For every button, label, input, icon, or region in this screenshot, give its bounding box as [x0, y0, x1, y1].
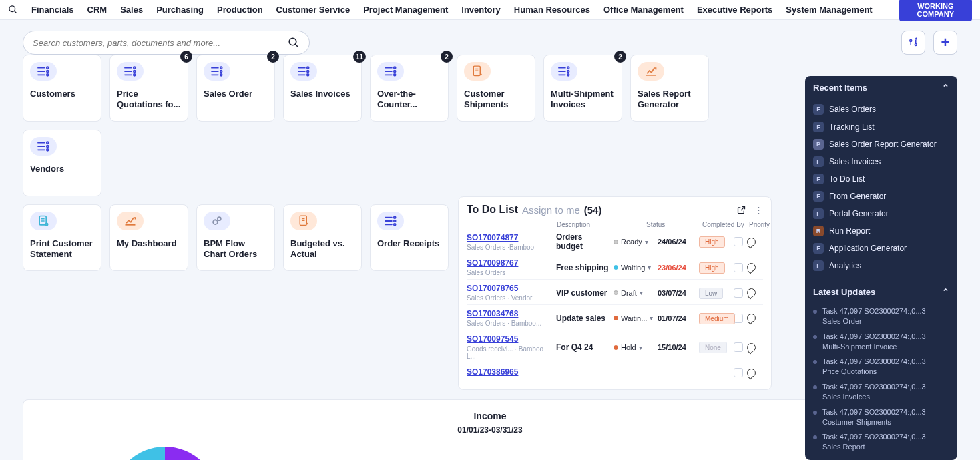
recent-item[interactable]: F Sales Invoices	[809, 153, 953, 170]
global-search[interactable]	[23, 31, 310, 55]
todo-status[interactable]: Ready ▾	[614, 238, 655, 246]
recent-item[interactable]: F To Do List	[809, 170, 953, 188]
svg-point-42	[567, 74, 569, 76]
tile-print-customer-statement[interactable]: Print Customer Statement	[23, 204, 101, 271]
comment-icon[interactable]	[747, 369, 756, 377]
tile-sales-order[interactable]: 2 Sales Order	[196, 55, 275, 122]
recent-item[interactable]: R Run Report	[809, 222, 953, 240]
chevron-down-icon: ▾	[639, 344, 642, 351]
todo-title: To Do List	[467, 204, 518, 216]
card-icon[interactable]	[734, 368, 743, 377]
card-icon[interactable]	[734, 342, 743, 352]
nav-inventory[interactable]: Inventory	[461, 5, 501, 15]
tile-label: Customer Shipments	[464, 89, 528, 109]
recent-item[interactable]: F Analytics	[809, 257, 953, 274]
tile-icon	[30, 62, 57, 81]
nav-production[interactable]: Production	[217, 5, 263, 15]
tile-sales-invoices[interactable]: 11 Sales Invoices	[283, 55, 362, 122]
comment-icon[interactable]	[747, 314, 756, 322]
recent-items-header[interactable]: Recent Items ⌃	[805, 76, 957, 99]
customize-dashboard-button[interactable]	[901, 31, 925, 55]
priority-badge: High	[699, 262, 725, 274]
update-item[interactable]: Task 47,097 SO23000274:,0...3Costumer Sh…	[805, 405, 957, 430]
update-item[interactable]: Task 47,097 SO23000274:,0...3Sales Order	[805, 304, 957, 329]
todo-status[interactable]: Hold ▾	[614, 343, 655, 351]
comment-icon[interactable]	[747, 288, 756, 297]
todo-so-link[interactable]: SO170078765	[467, 284, 553, 293]
svg-point-17	[134, 74, 136, 76]
tile-icon	[30, 137, 57, 156]
tile-bpm-flow-chart-orders[interactable]: BPM Flow Chart Orders	[196, 204, 275, 271]
todo-date: 03/07/24	[658, 289, 696, 297]
tile-multi-shipment-invoices[interactable]: 2 Multi-Shipment Invoices	[543, 55, 622, 122]
nav-customer-service[interactable]: Customer Service	[276, 5, 350, 15]
more-icon[interactable]: ⋮	[754, 205, 763, 215]
update-item[interactable]: Task 47,097 SO23000274:,0...3Price Quota…	[805, 354, 957, 379]
todo-status[interactable]: Waiting ▾	[614, 264, 655, 272]
tile-customer-shipments[interactable]: Customer Shipments	[457, 55, 535, 122]
update-item[interactable]: Task 47,097 SO23000274:,0...3Multi-Shipm…	[805, 329, 957, 355]
recent-item[interactable]: F From Generator	[809, 188, 953, 205]
recent-label: Analytics	[829, 261, 861, 270]
card-icon[interactable]	[734, 314, 743, 323]
tile-my-dashboard[interactable]: My Dashboard	[109, 204, 188, 271]
todo-row[interactable]: SO170078765 Sales Orders · Vendor VIP cu…	[467, 279, 763, 304]
tile-budgeted-vs-actual[interactable]: Budgeted vs. Actual	[283, 204, 362, 271]
tile-icon	[117, 212, 144, 230]
card-icon[interactable]	[734, 237, 743, 246]
bullet-icon	[813, 435, 817, 439]
nav-human-resources[interactable]: Human Resources	[514, 5, 590, 15]
nav-crm[interactable]: CRM	[87, 5, 107, 15]
card-icon[interactable]	[734, 263, 743, 272]
search-icon[interactable]	[8, 5, 18, 15]
nav-system-management[interactable]: System Management	[786, 5, 872, 15]
todo-so-link[interactable]: SO170097545	[467, 334, 553, 344]
todo-so-sub: Sales Orders	[467, 269, 553, 276]
nav-purchasing[interactable]: Purchasing	[156, 5, 204, 15]
comment-icon[interactable]	[747, 343, 756, 352]
tile-label: Order Receipts	[377, 238, 441, 249]
todo-row[interactable]: SO170034768 Sales Orders · Bamboo... Upd…	[467, 304, 763, 330]
nav-sales[interactable]: Sales	[120, 5, 143, 15]
nav-office-management[interactable]: Office Management	[603, 5, 684, 15]
recent-item[interactable]: F Application Generator	[809, 240, 953, 257]
recent-item[interactable]: F Sales Orders	[809, 101, 953, 118]
nav-financials[interactable]: Financials	[31, 5, 74, 15]
todo-so-link[interactable]: SO170034768	[467, 309, 553, 318]
tile-price-quotations-fo-[interactable]: 6 Price Quotations fo...	[109, 55, 188, 122]
tile-icon	[377, 62, 404, 81]
popout-icon[interactable]	[736, 205, 746, 215]
todo-subtitle[interactable]: Assign to me	[522, 204, 580, 216]
todo-status[interactable]: Draft ▾	[614, 289, 655, 297]
working-company-button[interactable]: WORKING COMPANY	[899, 0, 972, 21]
comment-icon[interactable]	[747, 238, 756, 246]
tile-sales-report-generator[interactable]: Sales Report Generator	[630, 55, 709, 122]
todo-row[interactable]: SO170098767 Sales Orders Free shipping W…	[467, 254, 763, 279]
recent-item[interactable]: F Tracking List	[809, 118, 953, 136]
nav-project-management[interactable]: Project Management	[363, 5, 448, 15]
add-widget-button[interactable]: +	[933, 31, 957, 55]
todo-so-link[interactable]: SO170386965	[467, 367, 553, 377]
todo-so-link[interactable]: SO170098767	[467, 258, 553, 268]
todo-row[interactable]: SO170386965	[467, 363, 763, 381]
recent-item[interactable]: F Portal Generator	[809, 205, 953, 222]
tile-vendors[interactable]: Vendors	[23, 130, 101, 196]
latest-updates-header[interactable]: Latest Updates ⌃	[805, 280, 957, 304]
search-input[interactable]	[33, 38, 288, 48]
search-icon[interactable]	[288, 37, 300, 49]
card-icon[interactable]	[734, 288, 743, 298]
update-item[interactable]: Task 47,097 SO23000274:,0...3Sales Invoi…	[805, 379, 957, 405]
todo-row[interactable]: SO170097545 Goods receivi... · Bamboo L.…	[467, 330, 763, 363]
recent-item[interactable]: P Sales Order Report Generator	[809, 136, 953, 153]
update-item[interactable]: Task 47,097 SO23000274:,0...3Sales Repor…	[805, 429, 957, 455]
todo-so-link[interactable]: SO170074877	[467, 233, 553, 242]
todo-status[interactable]: Waitin... ▾	[614, 314, 655, 322]
tile-order-receipts[interactable]: Order Receipts	[370, 204, 449, 271]
comment-icon[interactable]	[747, 263, 756, 272]
svg-point-13	[134, 67, 136, 69]
tile-customers[interactable]: Customers	[23, 55, 101, 122]
recent-label: Run Report	[829, 226, 870, 236]
nav-executive-reports[interactable]: Executive Reports	[697, 5, 772, 15]
tile-over-the-counter-[interactable]: 2 Over-the-Counter...	[370, 55, 449, 122]
todo-row[interactable]: SO170074877 Sales Orders ·Bamboo Orders …	[467, 228, 763, 254]
